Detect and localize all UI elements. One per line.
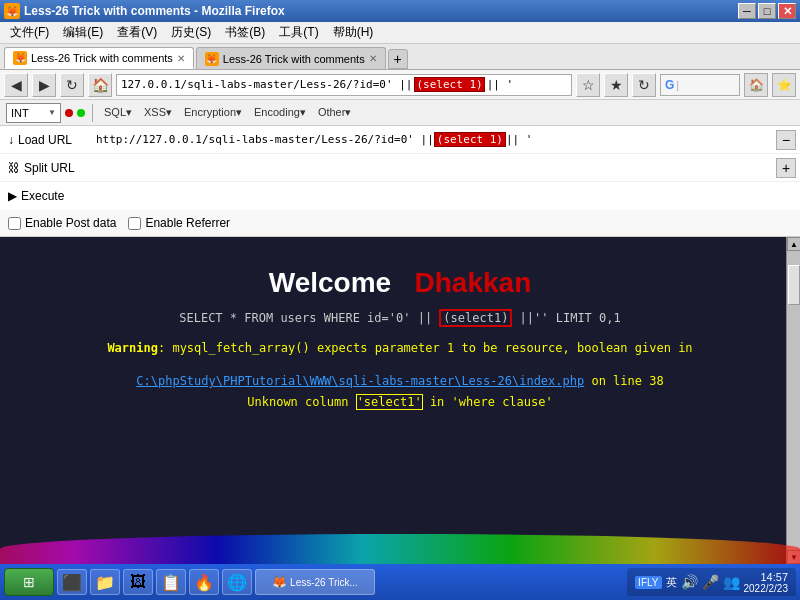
window-controls[interactable]: ─ □ ✕ — [738, 3, 796, 19]
menu-view[interactable]: 查看(V) — [111, 22, 163, 43]
url-select-highlight: (select 1) — [434, 132, 506, 147]
active-app[interactable]: 🦊 Less-26 Trick... — [255, 569, 375, 595]
load-url-button[interactable]: ↓ Load URL — [0, 126, 90, 153]
bookmark-nav-button[interactable]: ⭐ — [772, 73, 796, 97]
tab-1-icon: 🦊 — [13, 51, 27, 65]
mic-icon[interactable]: 🎤 — [702, 574, 719, 590]
close-button[interactable]: ✕ — [778, 3, 796, 19]
minimize-button[interactable]: ─ — [738, 3, 756, 19]
favorite-button[interactable]: ☆ — [576, 73, 600, 97]
users-icon[interactable]: 👥 — [723, 574, 740, 590]
encoding-menu[interactable]: Encoding▾ — [250, 104, 310, 121]
split-icon: ⛓ — [8, 161, 20, 175]
reload-button2[interactable]: ↻ — [632, 73, 656, 97]
main-content-area: ▲ ▼ Welcome Dhakkan SELECT * FROM users … — [0, 237, 800, 564]
dot-green-icon — [77, 109, 85, 117]
tab-1-label: Less-26 Trick with comments — [31, 52, 173, 64]
taskbar-app-2[interactable]: 📁 — [90, 569, 120, 595]
split-url-label: Split URL — [24, 161, 75, 175]
welcome-line: Welcome Dhakkan — [0, 267, 800, 299]
menu-help[interactable]: 帮助(H) — [327, 22, 380, 43]
enable-referrer-text: Enable Referrer — [145, 216, 230, 230]
google-icon: G — [665, 78, 674, 92]
unknown-col-text: Unknown column 'select1' in 'where claus… — [60, 395, 740, 409]
home-nav-button[interactable]: 🏠 — [744, 73, 768, 97]
url-text-suffix: || ' — [506, 133, 533, 146]
sql-query-prefix: SELECT * FROM users WHERE id='0' || — [179, 311, 439, 325]
url-panel: ↓ Load URL http://127.0.0.1/sqli-labs-ma… — [0, 126, 800, 237]
addr-highlight: (select 1) — [414, 77, 484, 92]
star-button[interactable]: ★ — [604, 73, 628, 97]
date-display: 2022/2/23 — [744, 583, 789, 594]
reload-button[interactable]: ↻ — [60, 73, 84, 97]
url-minus-button[interactable]: − — [776, 130, 796, 150]
split-url-row: ⛓ Split URL + — [0, 154, 800, 182]
menu-file[interactable]: 文件(F) — [4, 22, 55, 43]
enable-referrer-label[interactable]: Enable Referrer — [128, 216, 230, 230]
home-button[interactable]: 🏠 — [88, 73, 112, 97]
taskbar-app-6[interactable]: 🌐 — [222, 569, 252, 595]
enable-post-label[interactable]: Enable Post data — [8, 216, 116, 230]
execute-icon: ▶ — [8, 189, 17, 203]
taskbar-app-5[interactable]: 🔥 — [189, 569, 219, 595]
menu-history[interactable]: 历史(S) — [165, 22, 217, 43]
scroll-thumb[interactable] — [788, 265, 800, 305]
clipboard-icon: 📋 — [161, 573, 181, 592]
volume-icon[interactable]: 🔊 — [681, 574, 698, 590]
menu-bookmarks[interactable]: 书签(B) — [219, 22, 271, 43]
sql-query-suffix: ||'' LIMIT 0,1 — [512, 311, 620, 325]
warning-block: Warning: mysql_fetch_array() expects par… — [0, 339, 800, 409]
scrollbar[interactable]: ▲ ▼ — [786, 237, 800, 564]
folder-icon: 📁 — [95, 573, 115, 592]
menu-tools[interactable]: 工具(T) — [273, 22, 324, 43]
enable-post-checkbox[interactable] — [8, 217, 21, 230]
start-button[interactable]: ⊞ — [4, 568, 54, 596]
tab-2-close[interactable]: ✕ — [369, 53, 377, 64]
load-url-label: Load URL — [18, 133, 72, 147]
search-box[interactable]: G | — [660, 74, 740, 96]
forward-button[interactable]: ▶ — [32, 73, 56, 97]
enable-referrer-checkbox[interactable] — [128, 217, 141, 230]
scroll-up-button[interactable]: ▲ — [787, 237, 800, 251]
image-icon: 🖼 — [130, 573, 146, 591]
tab-2-label: Less-26 Trick with comments — [223, 53, 365, 65]
system-tray: IFLY 英 🔊 🎤 👥 14:57 2022/2/23 — [627, 568, 796, 596]
tab-bar: 🦊 Less-26 Trick with comments ✕ 🦊 Less-2… — [0, 44, 800, 70]
new-tab-button[interactable]: + — [388, 49, 408, 69]
nav-right: ☆ ★ ↻ G | 🏠 ⭐ — [576, 73, 796, 97]
tab-1-close[interactable]: ✕ — [177, 53, 185, 64]
tab-1[interactable]: 🦊 Less-26 Trick with comments ✕ — [4, 47, 194, 69]
split-url-button[interactable]: ⛓ Split URL — [0, 154, 90, 181]
menu-edit[interactable]: 编辑(E) — [57, 22, 109, 43]
execute-row: ▶ Execute — [0, 182, 800, 210]
cmd-icon: ⬛ — [62, 573, 82, 592]
windows-icon: ⊞ — [23, 574, 35, 590]
addr-part1: 127.0.0.1/sqli-labs-master/Less-26/?id=0… — [121, 78, 412, 91]
back-button[interactable]: ◀ — [4, 73, 28, 97]
address-bar[interactable]: 127.0.0.1/sqli-labs-master/Less-26/?id=0… — [116, 74, 572, 96]
execute-button[interactable]: ▶ Execute — [0, 182, 90, 210]
load-url-row: ↓ Load URL http://127.0.0.1/sqli-labs-ma… — [0, 126, 800, 154]
hackbar-toolbar: INT ▼ SQL▾ XSS▾ Encryption▾ Encoding▾ Ot… — [0, 100, 800, 126]
time-display: 14:57 — [744, 571, 789, 583]
sql-query-line: SELECT * FROM users WHERE id='0' || (sel… — [0, 311, 800, 325]
tab-2[interactable]: 🦊 Less-26 Trick with comments ✕ — [196, 47, 386, 69]
sql-query-highlight: (select1) — [439, 309, 512, 327]
url-plus-button[interactable]: + — [776, 158, 796, 178]
encryption-menu[interactable]: Encryption▾ — [180, 104, 246, 121]
int-dropdown[interactable]: INT ▼ — [6, 103, 61, 123]
taskbar-app-1[interactable]: ⬛ — [57, 569, 87, 595]
xss-menu[interactable]: XSS▾ — [140, 104, 176, 121]
taskbar-app-4[interactable]: 📋 — [156, 569, 186, 595]
title-bar: 🦊 Less-26 Trick with comments - Mozilla … — [0, 0, 800, 22]
rainbow-bar — [0, 534, 800, 564]
url-text-prefix: http://127.0.0.1/sqli-labs-master/Less-2… — [96, 133, 434, 146]
warning-path-text: C:\phpStudy\PHPTutorial\WWW\sqli-labs-ma… — [136, 374, 584, 388]
taskbar-app-3[interactable]: 🖼 — [123, 569, 153, 595]
other-menu[interactable]: Other▾ — [314, 104, 356, 121]
web-icon: 🌐 — [227, 573, 247, 592]
sql-menu[interactable]: SQL▾ — [100, 104, 136, 121]
nav-bar: ◀ ▶ ↻ 🏠 127.0.0.1/sqli-labs-master/Less-… — [0, 70, 800, 100]
addr-part2: || ' — [487, 78, 514, 91]
maximize-button[interactable]: □ — [758, 3, 776, 19]
